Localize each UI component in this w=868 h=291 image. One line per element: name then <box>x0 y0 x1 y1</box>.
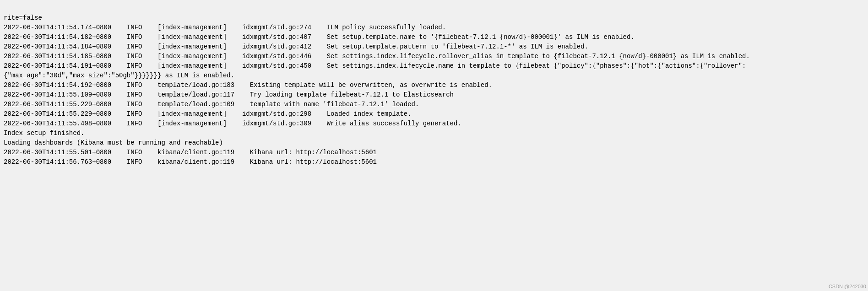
log-line: Index setup finished. <box>4 129 864 138</box>
log-container: rite=false2022-06-30T14:11:54.174+0800 I… <box>4 4 864 167</box>
log-line: 2022-06-30T14:11:54.174+0800 INFO [index… <box>4 23 864 32</box>
log-line: rite=false <box>4 13 864 23</box>
log-line: 2022-06-30T14:11:54.182+0800 INFO [index… <box>4 32 864 42</box>
log-line: 2022-06-30T14:11:54.192+0800 INFO templa… <box>4 81 864 90</box>
log-line: 2022-06-30T14:11:55.229+0800 INFO templa… <box>4 100 864 109</box>
log-line: 2022-06-30T14:11:55.109+0800 INFO templa… <box>4 90 864 100</box>
log-line: 2022-06-30T14:11:54.185+0800 INFO [index… <box>4 52 864 61</box>
log-line: 2022-06-30T14:11:55.498+0800 INFO [index… <box>4 119 864 129</box>
log-line: 2022-06-30T14:11:56.763+0800 INFO kibana… <box>4 157 864 167</box>
log-line: 2022-06-30T14:11:55.229+0800 INFO [index… <box>4 109 864 119</box>
log-line: 2022-06-30T14:11:54.184+0800 INFO [index… <box>4 42 864 52</box>
log-line: 2022-06-30T14:11:55.501+0800 INFO kibana… <box>4 148 864 157</box>
watermark: CSDN @242030 <box>829 284 866 289</box>
log-line: 2022-06-30T14:11:54.191+0800 INFO [index… <box>4 61 864 81</box>
log-line: Loading dashboards (Kibana must be runni… <box>4 138 864 148</box>
